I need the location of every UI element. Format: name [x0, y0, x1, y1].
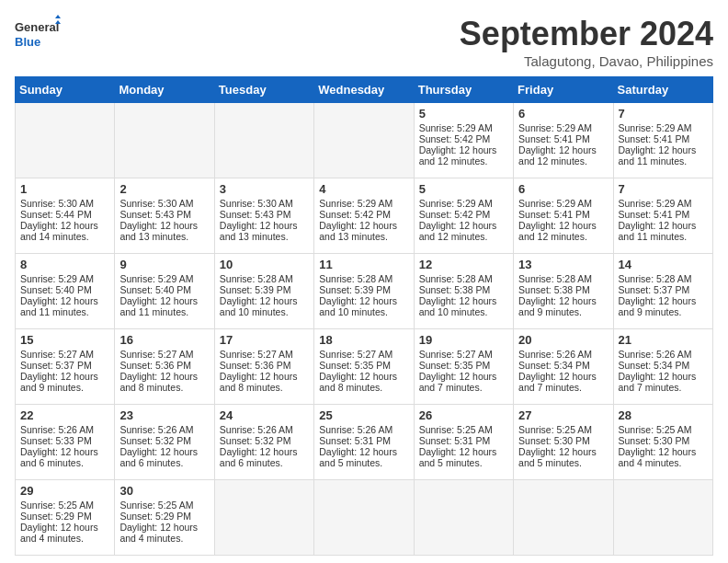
calendar-cell: 10 Sunrise: 5:28 AM Sunset: 5:39 PM Dayl… — [214, 254, 313, 329]
sunrise-label: Sunrise: 5:25 AM — [20, 500, 94, 511]
sunrise-label: Sunrise: 5:30 AM — [220, 198, 293, 209]
calendar-cell: 11 Sunrise: 5:28 AM Sunset: 5:39 PM Dayl… — [314, 254, 414, 329]
col-header-sunday: Sunday — [16, 77, 115, 103]
sunrise-label: Sunrise: 5:26 AM — [619, 349, 692, 360]
svg-text:Blue: Blue — [15, 35, 40, 49]
calendar-cell: 5 Sunrise: 5:29 AM Sunset: 5:42 PM Dayli… — [414, 103, 513, 178]
calendar-cell: 22 Sunrise: 5:26 AM Sunset: 5:33 PM Dayl… — [16, 405, 115, 480]
daylight-label: Daylight: 12 hours and 11 minutes. — [619, 220, 697, 242]
daylight-label: Daylight: 12 hours and 8 minutes. — [119, 371, 198, 393]
day-number: 18 — [319, 333, 408, 347]
sunset-label: Sunset: 5:37 PM — [20, 360, 92, 371]
sunset-label: Sunset: 5:41 PM — [619, 209, 690, 220]
sunrise-label: Sunrise: 5:29 AM — [119, 273, 193, 284]
daylight-label: Daylight: 12 hours and 7 minutes. — [419, 371, 497, 393]
day-number: 13 — [518, 258, 608, 271]
sunrise-label: Sunrise: 5:27 AM — [419, 349, 493, 360]
calendar-cell — [214, 480, 313, 556]
sunset-label: Sunset: 5:30 PM — [619, 435, 690, 446]
day-number: 16 — [119, 333, 209, 347]
daylight-label: Daylight: 12 hours and 12 minutes. — [419, 220, 497, 242]
sunset-label: Sunset: 5:36 PM — [119, 360, 191, 371]
daylight-label: Daylight: 12 hours and 10 minutes. — [220, 295, 298, 317]
calendar-cell: 1 Sunrise: 5:30 AM Sunset: 5:44 PM Dayli… — [16, 178, 115, 254]
sunrise-label: Sunrise: 5:28 AM — [619, 273, 692, 284]
day-number: 8 — [20, 258, 109, 271]
calendar-cell: 30 Sunrise: 5:25 AM Sunset: 5:29 PM Dayl… — [115, 480, 214, 556]
day-number: 30 — [119, 484, 209, 498]
calendar-cell: 23 Sunrise: 5:26 AM Sunset: 5:32 PM Dayl… — [115, 405, 214, 480]
daylight-label: Daylight: 12 hours and 10 minutes. — [319, 295, 397, 317]
sunset-label: Sunset: 5:41 PM — [518, 209, 590, 220]
sunset-label: Sunset: 5:42 PM — [419, 209, 491, 220]
daylight-label: Daylight: 12 hours and 5 minutes. — [419, 446, 497, 468]
week-row-5: 22 Sunrise: 5:26 AM Sunset: 5:33 PM Dayl… — [16, 405, 713, 480]
sunrise-label: Sunrise: 5:27 AM — [319, 349, 392, 360]
daylight-label: Daylight: 12 hours and 9 minutes. — [20, 371, 98, 393]
sunrise-label: Sunrise: 5:29 AM — [518, 198, 592, 209]
header-row: SundayMondayTuesdayWednesdayThursdayFrid… — [16, 77, 713, 103]
title-section: September 2024 Talagutong, Davao, Philip… — [460, 15, 713, 69]
col-header-tuesday: Tuesday — [214, 77, 313, 103]
calendar-cell: 17 Sunrise: 5:27 AM Sunset: 5:36 PM Dayl… — [214, 329, 313, 405]
day-number: 24 — [220, 408, 309, 422]
day-number: 15 — [20, 333, 109, 347]
daylight-label: Daylight: 12 hours and 6 minutes. — [220, 446, 298, 468]
sunset-label: Sunset: 5:39 PM — [220, 284, 291, 295]
week-row-3: 8 Sunrise: 5:29 AM Sunset: 5:40 PM Dayli… — [16, 254, 713, 329]
day-number: 17 — [220, 333, 309, 347]
sunrise-label: Sunrise: 5:26 AM — [220, 424, 293, 435]
sunset-label: Sunset: 5:32 PM — [119, 435, 191, 446]
sunset-label: Sunset: 5:37 PM — [619, 284, 690, 295]
week-row-1: 5 Sunrise: 5:29 AM Sunset: 5:42 PM Dayli… — [16, 103, 713, 178]
day-number: 7 — [619, 107, 708, 121]
sunrise-label: Sunrise: 5:28 AM — [220, 273, 293, 284]
sunset-label: Sunset: 5:35 PM — [419, 360, 491, 371]
day-number: 19 — [419, 333, 508, 347]
sunrise-label: Sunrise: 5:28 AM — [419, 273, 493, 284]
sunrise-label: Sunrise: 5:26 AM — [119, 424, 193, 435]
calendar-cell: 29 Sunrise: 5:25 AM Sunset: 5:29 PM Dayl… — [16, 480, 115, 556]
calendar-cell — [613, 480, 712, 556]
calendar-cell — [214, 103, 313, 178]
sunrise-label: Sunrise: 5:29 AM — [518, 122, 592, 133]
day-number: 28 — [619, 408, 708, 422]
daylight-label: Daylight: 12 hours and 4 minutes. — [119, 522, 198, 544]
daylight-label: Daylight: 12 hours and 7 minutes. — [619, 371, 697, 393]
sunset-label: Sunset: 5:31 PM — [319, 435, 391, 446]
calendar-cell: 19 Sunrise: 5:27 AM Sunset: 5:35 PM Dayl… — [414, 329, 513, 405]
sunset-label: Sunset: 5:42 PM — [419, 133, 491, 144]
day-number: 25 — [319, 408, 408, 422]
day-number: 1 — [20, 182, 109, 196]
sunrise-label: Sunrise: 5:29 AM — [20, 273, 94, 284]
sunrise-label: Sunrise: 5:27 AM — [20, 349, 94, 360]
sunset-label: Sunset: 5:38 PM — [518, 284, 590, 295]
logo-svg: General Blue — [15, 15, 61, 55]
daylight-label: Daylight: 12 hours and 10 minutes. — [419, 295, 497, 317]
day-number: 5 — [419, 182, 508, 196]
daylight-label: Daylight: 12 hours and 9 minutes. — [619, 295, 697, 317]
daylight-label: Daylight: 12 hours and 4 minutes. — [619, 446, 697, 468]
day-number: 11 — [319, 258, 408, 271]
day-number: 3 — [220, 182, 309, 196]
sunset-label: Sunset: 5:33 PM — [20, 435, 92, 446]
daylight-label: Daylight: 12 hours and 11 minutes. — [619, 144, 697, 167]
daylight-label: Daylight: 12 hours and 7 minutes. — [518, 371, 597, 393]
sunrise-label: Sunrise: 5:29 AM — [419, 122, 493, 133]
page-header: General Blue September 2024 Talagutong, … — [15, 15, 713, 69]
daylight-label: Daylight: 12 hours and 13 minutes. — [119, 220, 198, 242]
day-number: 5 — [419, 107, 508, 121]
calendar-cell: 2 Sunrise: 5:30 AM Sunset: 5:43 PM Dayli… — [115, 178, 214, 254]
calendar-cell — [314, 480, 414, 556]
daylight-label: Daylight: 12 hours and 8 minutes. — [220, 371, 298, 393]
day-number: 23 — [119, 408, 209, 422]
calendar-cell: 16 Sunrise: 5:27 AM Sunset: 5:36 PM Dayl… — [115, 329, 214, 405]
sunrise-label: Sunrise: 5:25 AM — [119, 500, 193, 511]
calendar-cell: 18 Sunrise: 5:27 AM Sunset: 5:35 PM Dayl… — [314, 329, 414, 405]
sunrise-label: Sunrise: 5:29 AM — [619, 122, 692, 133]
daylight-label: Daylight: 12 hours and 6 minutes. — [119, 446, 198, 468]
col-header-monday: Monday — [115, 77, 214, 103]
sunset-label: Sunset: 5:41 PM — [619, 133, 690, 144]
sunrise-label: Sunrise: 5:25 AM — [518, 424, 592, 435]
week-row-6: 29 Sunrise: 5:25 AM Sunset: 5:29 PM Dayl… — [16, 480, 713, 556]
